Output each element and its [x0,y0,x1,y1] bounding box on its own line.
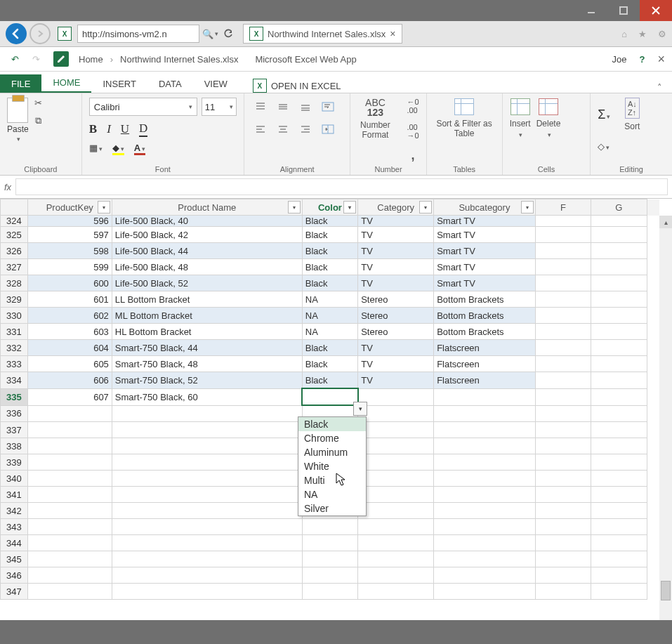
row-header[interactable]: 333 [1,356,28,372]
cell[interactable] [535,243,591,259]
cell[interactable] [358,388,434,405]
cell[interactable] [434,454,536,471]
cell[interactable] [27,405,112,422]
cell[interactable] [27,422,112,438]
cell[interactable] [358,567,434,584]
cell[interactable] [302,567,357,584]
home-icon[interactable]: ⌂ [621,29,627,39]
cell[interactable] [358,503,434,519]
decrease-decimal-button[interactable]: .00→0 [407,123,419,140]
column-header-g[interactable]: G [591,199,647,216]
tab-file[interactable]: FILE [0,74,41,93]
cell[interactable]: Bottom Brackets [434,324,536,340]
sort-button[interactable]: A↓Z↑ Sort [624,98,640,131]
column-header-color[interactable]: Color▾ [302,199,357,216]
row-header[interactable]: 334 [1,372,28,389]
font-color-button[interactable]: A▾ [134,143,145,153]
row-header[interactable]: 341 [1,487,28,503]
autosum-button[interactable]: Σ▾ [598,107,610,122]
cell[interactable] [535,340,591,356]
cell[interactable] [535,388,591,405]
cell[interactable] [358,584,434,600]
cell[interactable] [112,519,302,535]
cell[interactable]: 598 [27,243,112,259]
cell[interactable] [112,454,302,471]
cell[interactable] [591,422,647,438]
cell[interactable]: 603 [27,324,112,340]
font-name-select[interactable]: Calibri▾ [89,98,197,116]
cell[interactable] [358,551,434,567]
cell[interactable] [358,519,434,535]
column-header-productname[interactable]: Product Name▾ [112,199,302,216]
cell[interactable] [358,454,434,471]
cell[interactable] [535,227,591,243]
cell[interactable]: Black [302,372,357,389]
cell[interactable] [27,551,112,567]
tab-data[interactable]: DATA [147,74,193,93]
cell[interactable] [302,519,357,535]
comma-style-button[interactable]: , [411,148,414,163]
cell[interactable]: Flatscreen [434,372,536,389]
cell[interactable] [112,487,302,503]
cell[interactable]: Stereo [358,308,434,324]
cell[interactable] [535,259,591,275]
cell[interactable] [27,503,112,519]
filter-button[interactable]: ▾ [98,201,110,213]
tab-close-button[interactable]: × [390,28,395,39]
tab-home[interactable]: HOME [41,73,91,93]
cell[interactable]: TV [358,216,434,227]
double-underline-button[interactable]: D [139,121,147,137]
column-header-subcategory[interactable]: Subcategory▾ [434,199,536,216]
cell[interactable] [591,324,647,340]
cell[interactable] [27,519,112,535]
row-header[interactable]: 327 [1,259,28,275]
cell[interactable] [535,291,591,308]
cell[interactable]: Black [302,259,357,275]
cell[interactable]: Smart-750 Black, 48 [112,356,302,372]
cell[interactable] [358,471,434,487]
cell[interactable]: TV [358,275,434,291]
cell[interactable] [358,438,434,454]
cell[interactable]: Black [302,275,357,291]
cell[interactable] [535,471,591,487]
cell[interactable] [434,567,536,584]
cell[interactable] [591,227,647,243]
row-header[interactable]: 343 [1,519,28,535]
cell[interactable]: 606 [27,372,112,389]
open-in-excel-button[interactable]: X OPEN IN EXCEL [253,79,341,93]
copy-button[interactable]: ⧉ [35,115,41,126]
undo-button[interactable]: ↶ [7,51,22,67]
table-row[interactable]: 335607Smart-750 Black, 60 [1,388,660,405]
cell[interactable]: Life-500 Black, 42 [112,227,302,243]
row-header[interactable]: 340 [1,471,28,487]
cell[interactable] [27,535,112,551]
table-row[interactable]: 345 [1,551,660,567]
column-header-category[interactable]: Category▾ [358,199,434,216]
cell[interactable] [535,308,591,324]
cell[interactable]: Black [302,356,357,372]
row-header[interactable]: 329 [1,291,28,308]
filter-button[interactable]: ▾ [419,201,432,213]
cell[interactable] [535,216,591,227]
wrap-text-button[interactable] [319,98,337,116]
row-header[interactable]: 332 [1,340,28,356]
align-bottom-button[interactable] [296,98,315,116]
cell[interactable]: 602 [27,308,112,324]
tab-insert[interactable]: INSERT [91,74,147,93]
borders-button[interactable]: ▦▾ [89,143,103,153]
cut-button[interactable]: ✂ [34,98,42,108]
align-center-button[interactable] [274,120,292,138]
redo-button[interactable]: ↷ [28,51,44,67]
dropdown-option[interactable]: Black [298,417,366,431]
font-size-select[interactable]: 11▾ [202,98,237,116]
cell[interactable] [27,471,112,487]
cell[interactable]: NA [302,308,357,324]
increase-decimal-button[interactable]: ←0.00 [407,98,419,114]
column-header-productkey[interactable]: ProductKey▾ [27,199,112,216]
cell[interactable]: ML Bottom Bracket [112,308,302,324]
cell[interactable] [112,535,302,551]
table-row[interactable]: 329601LL Bottom BracketNAStereoBottom Br… [1,291,660,308]
merge-cells-button[interactable] [319,120,337,138]
breadcrumb-file[interactable]: Northwind Internet Sales.xlsx [120,54,238,65]
sort-filter-table-button[interactable]: Sort & Filter as Table [434,98,495,138]
